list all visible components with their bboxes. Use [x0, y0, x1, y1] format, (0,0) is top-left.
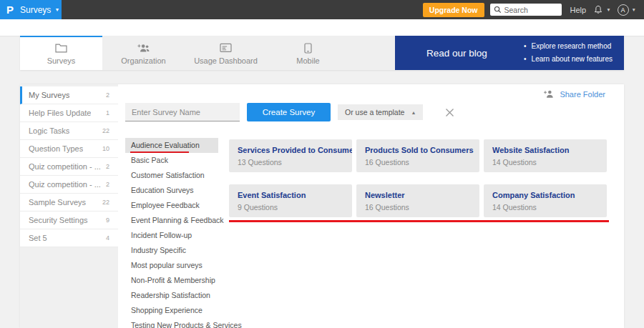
template-card-event-satisfaction[interactable]: Event Satisfaction9 Questions: [229, 184, 352, 217]
header-spacer: [0, 19, 644, 36]
template-card-services-provided-to-consumers[interactable]: Services Provided to Consumers13 Questio…: [229, 139, 352, 172]
close-icon[interactable]: [445, 108, 454, 117]
add-user-icon: [543, 89, 555, 99]
folder-icon: [55, 43, 67, 54]
blog-bullet: Learn about new features: [524, 53, 613, 66]
tabs: SurveysOrganizationUsage DashboardMobile: [20, 36, 349, 70]
category-audience-evaluation[interactable]: Audience Evaluation: [125, 138, 218, 153]
category-label: Non-Profit & Membership: [131, 276, 215, 284]
account-menu[interactable]: A ▼: [618, 4, 636, 16]
sidebar-item-label: Quiz competition - ...: [29, 180, 101, 189]
tab-organization[interactable]: Organization: [102, 36, 185, 70]
template-card-products-sold-to-consumers[interactable]: Products Sold to Consumers16 Questions: [356, 139, 479, 172]
template-card-website-satisfaction[interactable]: Website Satisfaction14 Questions: [484, 139, 607, 172]
sidebar-item-label: My Surveys: [29, 91, 69, 99]
sidebar-item-label: Quiz competition - ...: [29, 162, 101, 171]
category-shopping-experience[interactable]: Shopping Experience: [125, 303, 218, 318]
category-label: Audience Evaluation: [131, 141, 200, 149]
chevron-down-icon: ▼: [54, 7, 59, 12]
search-icon: [494, 6, 502, 14]
template-question-count: 13 Questions: [238, 158, 343, 167]
sidebar-item-count: 22: [102, 199, 109, 206]
notifications-menu[interactable]: ▼: [593, 4, 610, 15]
app-switcher[interactable]: P Surveys ▼: [0, 0, 62, 19]
sidebar-item-label: Set 5: [29, 234, 47, 242]
sidebar-item-set-5[interactable]: Set 54: [20, 229, 118, 247]
chevron-down-icon: ▼: [606, 7, 610, 12]
template-cards-zone: Services Provided to Consumers13 Questio…: [229, 139, 607, 222]
proprofs-logo-icon: P: [6, 4, 14, 15]
tab-surveys[interactable]: Surveys: [20, 36, 102, 70]
blog-banner[interactable]: Read our blog Explore research methodLea…: [395, 36, 624, 70]
category-testing-new-products-services[interactable]: Testing New Products & Services: [125, 318, 218, 328]
avatar: A: [618, 4, 629, 16]
category-label: Customer Satisfaction: [131, 171, 205, 179]
sidebar-item-label: Logic Tasks: [29, 126, 69, 135]
category-education-surveys[interactable]: Education Surveys: [125, 183, 218, 198]
search-box[interactable]: [490, 4, 562, 16]
category-label: Basic Pack: [131, 156, 168, 164]
template-title: Products Sold to Consumers: [365, 146, 471, 154]
blog-banner-title: Read our blog: [426, 48, 487, 59]
category-label: Readership Satisfaction: [131, 291, 210, 299]
help-link[interactable]: Help: [570, 6, 587, 14]
sidebar-item-my-surveys[interactable]: My Surveys2: [20, 86, 118, 104]
sidebar-item-label: Security Settings: [29, 216, 88, 224]
tab-label: Mobile: [296, 56, 319, 65]
survey-name-input[interactable]: [125, 103, 240, 121]
category-employee-feedback[interactable]: Employee Feedback: [125, 198, 218, 213]
mobile-icon: [304, 43, 312, 54]
category-event-planning-feedback[interactable]: Event Planning & Feedback: [125, 213, 218, 228]
category-basic-pack[interactable]: Basic Pack: [125, 153, 218, 168]
category-readership-satisfaction[interactable]: Readership Satisfaction: [125, 288, 218, 303]
upgrade-now-button[interactable]: Upgrade Now: [423, 3, 484, 17]
sidebar-item-help-files-update[interactable]: Help Files Update1: [20, 104, 118, 122]
template-question-count: 9 Questions: [238, 203, 343, 212]
template-question-count: 14 Questions: [492, 158, 598, 167]
sidebar-item-sample-surveys[interactable]: Sample Surveys22: [20, 194, 118, 212]
sidebar-item-logic-tasks[interactable]: Logic Tasks22: [20, 122, 118, 140]
template-dropdown[interactable]: Or use a template ▲: [338, 104, 423, 120]
category-label: Testing New Products & Services: [131, 321, 242, 328]
sidebar-item-label: Question Types: [29, 144, 83, 153]
template-question-count: 14 Questions: [492, 203, 598, 212]
organization-icon: [137, 43, 150, 54]
category-industry-specific[interactable]: Industry Specific: [125, 243, 218, 258]
template-title: Website Satisfaction: [492, 146, 598, 154]
sidebar-item-quiz-competition[interactable]: Quiz competition - ...2: [20, 158, 118, 176]
tab-label: Surveys: [47, 56, 76, 65]
template-title: Services Provided to Consumers: [238, 146, 343, 154]
create-survey-button[interactable]: Create Survey: [247, 103, 331, 121]
sidebar-item-count: 2: [106, 181, 109, 188]
blog-banner-bullets: Explore research methodLearn about new f…: [524, 40, 613, 66]
category-label: Employee Feedback: [131, 201, 200, 209]
template-dropdown-label: Or use a template: [345, 108, 404, 116]
template-question-count: 16 Questions: [365, 203, 471, 212]
sidebar-item-security-settings[interactable]: Security Settings9: [20, 212, 118, 229]
category-most-popular-surveys[interactable]: Most popular surveys: [125, 258, 218, 273]
topbar: P Surveys ▼ Upgrade Now Help ▼ A ▼: [0, 0, 644, 19]
category-label: Incident Follow-up: [131, 231, 192, 239]
sidebar-item-count: 2: [106, 91, 109, 99]
category-non-profit-membership[interactable]: Non-Profit & Membership: [125, 273, 218, 288]
sidebar-item-label: Help Files Update: [29, 109, 91, 117]
tab-usage-dashboard[interactable]: Usage Dashboard: [185, 36, 267, 70]
sidebar-item-count: 10: [102, 145, 109, 152]
category-label: Industry Specific: [131, 246, 186, 254]
sidebar-item-count: 22: [102, 127, 109, 134]
category-incident-follow-up[interactable]: Incident Follow-up: [125, 228, 218, 243]
tab-label: Usage Dashboard: [194, 56, 258, 65]
template-card-company-satisfaction[interactable]: Company Satisfaction14 Questions: [484, 184, 607, 217]
sidebar-item-count: 1: [106, 109, 109, 116]
share-folder-link[interactable]: Share Folder: [543, 89, 605, 99]
search-input[interactable]: [504, 6, 558, 14]
sidebar-item-quiz-competition[interactable]: Quiz competition - ...2: [20, 176, 118, 194]
template-title: Event Satisfaction: [238, 191, 343, 199]
tab-mobile[interactable]: Mobile: [267, 36, 349, 70]
app-menu-label: Surveys: [20, 5, 51, 15]
sidebar-item-question-types[interactable]: Question Types10: [20, 140, 118, 158]
template-card-newsletter[interactable]: Newsletter16 Questions: [356, 184, 479, 217]
category-customer-satisfaction[interactable]: Customer Satisfaction: [125, 168, 218, 183]
sidebar-item-count: 4: [106, 234, 109, 242]
category-label: Shopping Experience: [131, 306, 203, 314]
